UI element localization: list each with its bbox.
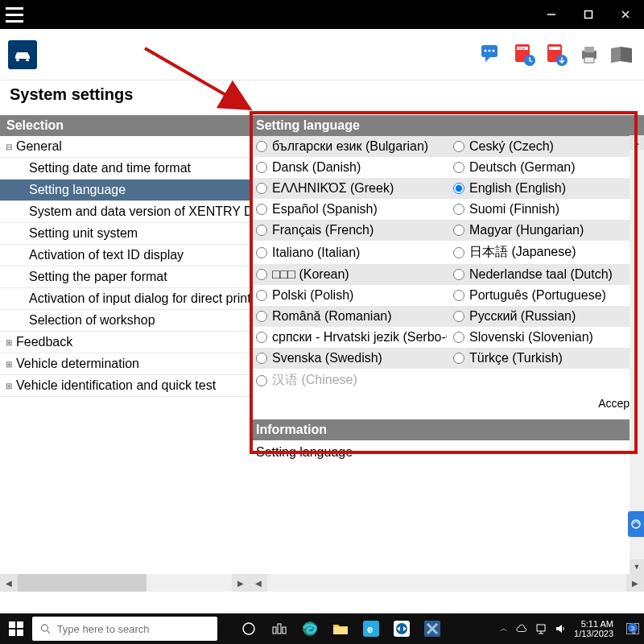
horizontal-scrollbar[interactable]: ◀ ▶ — [0, 574, 250, 592]
language-option[interactable]: Suomi (Finnish) — [447, 199, 644, 220]
notifications-button[interactable]: 3 — [626, 623, 639, 634]
taskbar-time: 5:11 AM — [581, 619, 613, 629]
language-option[interactable]: Italiano (Italian) — [250, 241, 447, 264]
start-button[interactable] — [0, 613, 32, 644]
chat-icon[interactable] — [478, 40, 507, 69]
tree-item[interactable]: General — [0, 136, 250, 158]
system-tray: ︿ 5:11 AM 1/13/2023 3 — [500, 619, 644, 638]
selection-header: Selection — [0, 115, 250, 136]
svg-rect-16 — [584, 47, 594, 52]
content-panel: Setting language български език (Bulgari… — [250, 115, 644, 592]
language-option[interactable]: Română (Romanian) — [250, 306, 447, 327]
window-controls — [533, 0, 644, 29]
information-header: Information — [250, 419, 644, 440]
language-option[interactable]: Türkçe (Turkish) — [447, 348, 644, 369]
language-option[interactable]: български език (Bulgarian) — [250, 136, 447, 157]
language-option[interactable]: 汉语 (Chinese) — [250, 369, 447, 392]
tree-item[interactable]: Selection of workshop — [0, 310, 250, 332]
svg-rect-21 — [17, 621, 23, 628]
minimize-button[interactable] — [533, 0, 570, 29]
language-option[interactable]: Dansk (Danish) — [250, 157, 447, 178]
book-icon[interactable] — [607, 40, 636, 69]
tree-item[interactable]: Feedback — [0, 332, 250, 353]
tray-cloud-icon[interactable] — [516, 623, 527, 634]
taskbar-clock[interactable]: 5:11 AM 1/13/2023 — [574, 619, 618, 638]
svg-rect-20 — [9, 621, 15, 628]
svg-rect-1 — [585, 11, 592, 19]
edge-icon[interactable] — [295, 613, 325, 644]
svg-point-6 — [489, 49, 491, 52]
tree-item[interactable]: Setting unit system — [0, 223, 250, 245]
window-titlebar — [0, 0, 644, 29]
svg-rect-27 — [273, 627, 276, 634]
tree-item[interactable]: System and data version of XENTRY Dia — [0, 201, 250, 223]
maximize-button[interactable] — [570, 0, 607, 29]
svg-rect-38 — [537, 625, 545, 631]
ie-icon[interactable]: e — [356, 613, 386, 644]
tray-network-icon[interactable] — [535, 623, 547, 634]
tree-item[interactable]: Activation of text ID display — [0, 245, 250, 266]
svg-rect-17 — [584, 57, 594, 63]
windows-taskbar: e ︿ 5:11 AM 1/13/2023 3 — [0, 613, 644, 644]
tray-volume-icon[interactable] — [555, 623, 566, 634]
tree-item[interactable]: Setting language — [0, 180, 250, 201]
hamburger-menu-button[interactable] — [0, 0, 29, 29]
app-toolbar: PDF — [0, 29, 644, 80]
svg-text:e: e — [367, 623, 373, 635]
language-option[interactable]: Svenska (Swedish) — [250, 348, 447, 369]
language-option[interactable]: Magyar (Hungarian) — [447, 220, 644, 241]
svg-point-24 — [41, 625, 47, 631]
language-option[interactable]: српски - Hrvatski jezik (Serbo-C... — [250, 327, 447, 348]
language-option[interactable]: Español (Spanish) — [250, 199, 447, 220]
close-button[interactable] — [607, 0, 644, 29]
side-tab-button[interactable] — [628, 511, 644, 537]
svg-line-25 — [47, 631, 50, 634]
taskview-icon[interactable] — [264, 613, 295, 644]
language-option[interactable]: Polski (Polish) — [250, 285, 447, 306]
svg-rect-13 — [549, 47, 560, 50]
search-icon — [40, 623, 51, 634]
language-option[interactable]: 日本語 (Japanese) — [447, 241, 644, 264]
pdf-export-icon[interactable] — [543, 40, 572, 69]
vehicle-icon[interactable] — [8, 40, 37, 69]
svg-point-26 — [243, 623, 254, 634]
teamviewer-icon[interactable] — [386, 613, 417, 644]
accept-button[interactable]: Accept — [598, 397, 633, 410]
cortana-icon[interactable] — [233, 613, 264, 644]
language-option[interactable]: Deutsch (German) — [447, 157, 644, 178]
information-body: Setting language — [250, 440, 644, 537]
language-option[interactable]: Nederlandse taal (Dutch) — [447, 264, 644, 285]
svg-point-7 — [493, 49, 495, 52]
vertical-scrollbar[interactable]: ▲ ▼ — [630, 135, 644, 574]
pdf-time-icon[interactable]: PDF — [510, 40, 539, 69]
explorer-icon[interactable] — [325, 613, 356, 644]
tree-item[interactable]: Setting the paper format — [0, 266, 250, 288]
language-option[interactable]: Русский (Russian) — [447, 306, 644, 327]
setting-language-header: Setting language — [250, 115, 644, 136]
tray-overflow-icon[interactable]: ︿ — [500, 623, 508, 634]
language-option[interactable]: Português (Portuguese) — [447, 285, 644, 306]
taskbar-search-input[interactable] — [57, 623, 209, 635]
language-option[interactable]: English (English) — [447, 178, 644, 199]
language-option[interactable]: ΕΛΛΗΝΙΚΌΣ (Greek) — [250, 178, 447, 199]
tree-item[interactable]: Activation of input dialog for direct pr… — [0, 288, 250, 310]
selection-panel: Selection GeneralSetting date and time f… — [0, 115, 250, 592]
xentry-icon[interactable] — [417, 613, 448, 644]
horizontal-scrollbar-right[interactable]: ◀ ▶ — [250, 574, 644, 592]
svg-point-5 — [485, 49, 487, 52]
language-option[interactable]: Slovenski (Slovenian) — [447, 327, 644, 348]
taskbar-search[interactable] — [32, 617, 217, 641]
language-option[interactable]: Ceský (Czech) — [447, 136, 644, 157]
svg-rect-28 — [278, 624, 281, 634]
tree-item[interactable]: Setting date and time format — [0, 158, 250, 180]
language-option[interactable]: □□□ (Korean) — [250, 264, 447, 285]
svg-rect-32 — [333, 627, 348, 634]
tree-item[interactable]: Vehicle identification and quick test — [0, 375, 250, 397]
tree-item[interactable]: Vehicle determination — [0, 353, 250, 375]
svg-rect-23 — [17, 630, 23, 636]
taskbar-date: 1/13/2023 — [574, 629, 613, 638]
language-option[interactable]: Français (French) — [250, 220, 447, 241]
svg-rect-22 — [9, 630, 15, 636]
print-icon[interactable] — [575, 40, 604, 69]
svg-text:PDF: PDF — [518, 47, 526, 51]
